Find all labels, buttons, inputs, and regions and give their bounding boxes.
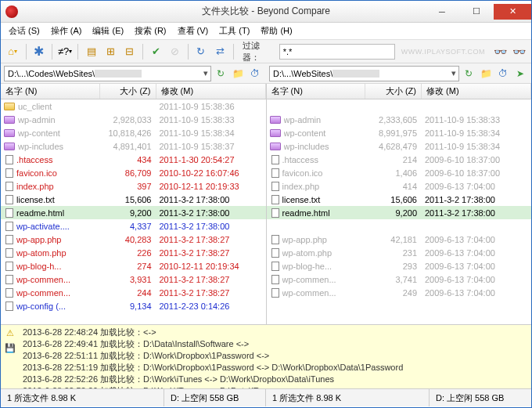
minimize-button[interactable]: ─ <box>425 4 459 20</box>
right-refresh-icon[interactable]: ↻ <box>461 66 476 81</box>
col-size[interactable]: 大小 (Z) <box>100 84 156 99</box>
file-name: wp-commen... <box>282 288 366 298</box>
table-row[interactable]: wp-config (...9,1342011-2-23 0:14:26 <box>1 299 266 312</box>
table-row[interactable]: wp-blog-he...2932009-6-13 7:04:00 <box>267 259 532 273</box>
select-button[interactable]: ✔ <box>147 42 165 61</box>
table-row[interactable]: readme.html9,2002011-3-2 17:38:00 <box>1 206 266 219</box>
file-icon <box>5 195 13 204</box>
file-modified: 2011-3-2 17:38:00 <box>422 195 531 204</box>
folder-icon <box>4 103 15 110</box>
col-name[interactable]: 名字 (N) <box>1 84 100 99</box>
table-row[interactable]: wp-commen...2492009-6-13 7:04:00 <box>267 286 532 299</box>
menu-actions[interactable]: 操作 (A) <box>48 23 85 38</box>
menu-view[interactable]: 查看 (V) <box>174 23 212 38</box>
menu-session[interactable]: 会话 (S) <box>5 23 43 38</box>
table-row[interactable]: favicon.ico86,7092010-10-22 16:07:46 <box>1 166 266 179</box>
file-icon <box>5 168 13 178</box>
left-history-icon[interactable]: ⏱ <box>247 66 263 81</box>
table-row[interactable]: license.txt15,6062011-3-2 17:38:00 <box>1 193 266 206</box>
table-row[interactable]: wp-commen...3,9312011-3-2 17:38:27 <box>1 273 266 286</box>
all-button[interactable]: ✱ <box>30 42 48 61</box>
table-row[interactable]: wp-content8,991,9752011-10-9 15:38:34 <box>267 126 532 139</box>
separator <box>26 44 27 60</box>
window-title: 文件夹比较 - Beyond Compare <box>202 5 330 18</box>
table-row[interactable]: wp-admin2,333,6052011-10-9 15:38:33 <box>267 113 532 126</box>
file-size: 274 <box>100 262 156 271</box>
table-row[interactable]: uc_client2011-10-9 15:38:36 <box>1 99 266 113</box>
collapse-button[interactable]: ⊟ <box>120 42 138 61</box>
table-row[interactable]: wp-admin2,928,0332011-10-9 15:38:33 <box>1 113 266 126</box>
log-text[interactable]: 2013-6-28 22:48:24 加载比较：<->2013-6-28 22:… <box>20 325 531 388</box>
menu-tools[interactable]: 工具 (T) <box>216 23 253 38</box>
table-row[interactable]: wp-includes4,891,4012011-10-9 15:38:37 <box>1 139 266 153</box>
binoculars-icon[interactable]: 👓 <box>491 42 509 61</box>
file-name: wp-commen... <box>16 288 100 298</box>
file-modified: 2011-3-2 17:38:00 <box>156 208 266 218</box>
file-size: 42,181 <box>365 235 422 244</box>
col-name[interactable]: 名字 (N) <box>267 84 366 99</box>
table-row[interactable]: wp-includes4,628,4792011-10-9 15:38:34 <box>267 139 532 153</box>
table-row[interactable]: wp-atom.php2312009-6-13 7:04:00 <box>267 246 532 259</box>
table-row[interactable]: wp-app.php42,1812009-6-13 7:04:00 <box>267 233 532 246</box>
table-row[interactable]: wp-blog-h...2742010-12-11 20:19:34 <box>1 259 266 273</box>
table-row[interactable]: favicon.ico1,4062009-6-10 18:37:00 <box>267 166 532 179</box>
file-size: 397 <box>100 182 156 191</box>
refresh-button[interactable]: ↻ <box>192 42 210 61</box>
separator <box>233 44 234 60</box>
left-file-list[interactable]: uc_client2011-10-9 15:38:36wp-admin2,928… <box>1 99 266 324</box>
table-row[interactable]: wp-app.php40,2832011-3-2 17:38:27 <box>1 233 266 246</box>
right-history-icon[interactable]: ⏱ <box>495 66 511 81</box>
menu-search[interactable]: 搜索 (R) <box>131 23 169 38</box>
binoculars-off-icon[interactable]: 👓 <box>510 42 528 61</box>
table-row[interactable] <box>267 219 532 233</box>
table-row[interactable]: license.txt15,6062011-3-2 17:38:00 <box>267 193 532 206</box>
right-browse-icon[interactable]: 📁 <box>478 66 494 81</box>
file-name: wp-commen... <box>16 275 100 284</box>
rules-button[interactable]: ▤ <box>82 42 100 61</box>
table-row[interactable]: wp-commen...3,7412009-6-13 7:04:00 <box>267 273 532 286</box>
swap-button[interactable]: ⇄ <box>211 42 229 61</box>
file-name: wp-content <box>284 128 366 138</box>
right-file-list[interactable]: wp-admin2,333,6052011-10-9 15:38:33wp-co… <box>267 99 532 324</box>
col-size[interactable]: 大小 (Z) <box>365 84 422 99</box>
diff-button[interactable]: ≠?▾ <box>56 42 74 61</box>
left-columns: 名字 (N) 大小 (Z) 修改 (M) <box>1 84 266 99</box>
right-arrow-icon[interactable]: ➤ <box>512 66 528 81</box>
table-row[interactable]: readme.html9,2002011-3-2 17:38:00 <box>267 206 532 219</box>
maximize-button[interactable]: ☐ <box>459 4 494 20</box>
file-icon <box>271 208 279 218</box>
stop-button[interactable]: ⊘ <box>166 42 184 61</box>
file-name: wp-app.php <box>282 235 366 244</box>
expand-button[interactable]: ⊞ <box>102 42 120 61</box>
left-refresh-icon[interactable]: ↻ <box>213 66 228 81</box>
table-row[interactable]: index.php4142009-6-13 7:04:00 <box>267 179 532 193</box>
table-row[interactable]: .htaccess4342011-1-30 20:54:27 <box>1 153 266 166</box>
table-row[interactable] <box>267 299 532 312</box>
file-size: 434 <box>100 155 156 164</box>
table-row[interactable]: wp-content10,818,4262011-10-9 15:38:34 <box>1 126 266 139</box>
table-row[interactable]: .htaccess2142009-6-10 18:37:00 <box>267 153 532 166</box>
filter-input[interactable] <box>279 44 395 60</box>
menu-edit[interactable]: 编辑 (E) <box>89 23 127 38</box>
warning-icon: ⚠ <box>6 328 14 338</box>
file-modified: 2011-10-9 15:38:34 <box>422 142 531 151</box>
file-name: wp-activate.... <box>16 222 100 231</box>
table-row[interactable] <box>267 99 532 113</box>
save-icon[interactable]: 💾 <box>5 343 16 353</box>
col-mod[interactable]: 修改 (M) <box>422 84 531 99</box>
col-mod[interactable]: 修改 (M) <box>156 84 266 99</box>
right-path-combo[interactable]: D:\...\WebSites\ <box>269 66 459 81</box>
home-button[interactable]: ⌂▾ <box>4 42 22 61</box>
table-row[interactable]: wp-atom.php2262011-3-2 17:38:27 <box>1 246 266 259</box>
file-modified: 2011-3-2 17:38:27 <box>156 288 266 298</box>
table-row[interactable]: index.php3972010-12-11 20:19:33 <box>1 179 266 193</box>
file-icon <box>5 288 13 298</box>
left-browse-icon[interactable]: 📁 <box>230 66 246 81</box>
left-path-combo[interactable]: D:\...\Codes\WebSites\ <box>4 66 211 81</box>
menu-help[interactable]: 帮助 (H) <box>257 23 295 38</box>
table-row[interactable]: wp-commen...2442011-3-2 17:38:27 <box>1 286 266 299</box>
file-icon <box>5 222 13 231</box>
file-modified: 2009-6-13 7:04:00 <box>422 248 531 258</box>
table-row[interactable]: wp-activate....4,3372011-3-2 17:38:00 <box>1 219 266 233</box>
close-button[interactable]: ✕ <box>494 4 531 20</box>
